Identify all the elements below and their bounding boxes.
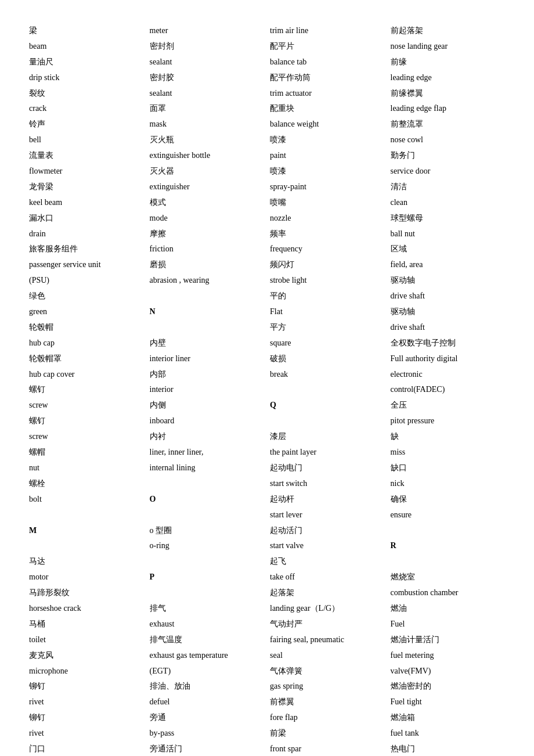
english-term: control(FADEC) (391, 385, 445, 394)
english-term: seal (270, 651, 283, 660)
english-term: drive shaft (391, 323, 425, 332)
chinese-term: 起落架 (270, 588, 294, 597)
english-term: square (270, 339, 291, 347)
chinese-term: 燃烧室 (391, 573, 415, 581)
list-item: toilet (29, 632, 144, 647)
english-term: passenger service unit (29, 260, 101, 269)
chinese-term: 漏水口 (29, 214, 53, 222)
english-term: flowmeter (29, 167, 63, 175)
chinese-term: 内壁 (150, 339, 166, 347)
list-item: O (150, 492, 265, 507)
list-item: 平的 (270, 289, 385, 304)
list-item: 气体弹簧 (270, 664, 385, 679)
english-term: horseshoe crack (29, 604, 81, 613)
english-term: paint (270, 151, 286, 160)
english-term: motor (29, 573, 48, 581)
english-term: strobe light (270, 276, 306, 285)
chinese-term: 前整流罩 (391, 120, 423, 128)
chinese-term: 气体弹簧 (270, 667, 302, 675)
english-term: bolt (29, 495, 42, 503)
list-item: 前整流罩 (391, 117, 506, 132)
list-item: start valve (270, 538, 385, 553)
list-item: trim air line (270, 23, 385, 38)
chinese-term: 灭火器 (150, 167, 174, 175)
list-item (150, 476, 265, 491)
english-term: toilet (29, 635, 46, 644)
list-item: extinguisher bottle (150, 148, 265, 163)
section-letter: R (391, 541, 396, 550)
list-item: 喷嘴 (270, 195, 385, 210)
list-item: hub cap (29, 336, 144, 351)
chinese-term: 喷漆 (270, 135, 286, 144)
chinese-term: 驱动轴 (391, 276, 415, 285)
list-item: strobe light (270, 273, 385, 288)
english-term: gas spring (270, 682, 303, 690)
english-term: Flat (270, 307, 283, 316)
list-item: exhaust (150, 617, 265, 632)
english-term: drip stick (29, 73, 60, 82)
chinese-term: 起动电门 (270, 463, 302, 472)
list-item: 密封胶 (150, 70, 265, 85)
list-item: interior (150, 382, 265, 397)
chinese-term: 摩擦 (150, 229, 166, 238)
list-item: 喷漆 (270, 132, 385, 147)
list-item: spray-paint (270, 179, 385, 195)
list-item: 内衬 (150, 429, 265, 444)
list-item: 燃烧室 (391, 570, 506, 585)
english-term: drain (29, 229, 46, 238)
english-term: liner, inner liner, (150, 448, 204, 456)
chinese-term: 起动杆 (270, 495, 294, 503)
english-term: inboard (150, 416, 175, 425)
english-term: (EGT) (150, 667, 171, 675)
english-term: green (29, 307, 47, 316)
list-item: 马蹄形裂纹 (29, 585, 144, 600)
english-term: landing gear（L/G） (270, 604, 340, 613)
english-term: bell (29, 135, 41, 144)
list-item: green (29, 304, 144, 319)
chinese-term: 漆层 (270, 432, 286, 441)
list-item: balance weight (270, 117, 385, 132)
list-item: rivet (29, 694, 144, 710)
list-item: nick (391, 476, 506, 491)
english-term: interior liner (150, 354, 190, 363)
chinese-term: 全权数字电子控制 (391, 339, 456, 347)
english-term: rivet (29, 697, 44, 706)
list-item: balance tab (270, 55, 385, 70)
list-item: 起落架 (270, 585, 385, 600)
english-term: leading edge (391, 73, 432, 82)
chinese-term: 缺口 (391, 463, 407, 472)
chinese-term: 螺帽 (29, 448, 45, 456)
chinese-term: 配平作动筒 (270, 73, 311, 82)
english-term: trim air line (270, 26, 308, 35)
chinese-term: 确保 (391, 495, 407, 503)
english-term: nose cowl (391, 135, 423, 144)
english-term: spray-paint (270, 182, 306, 191)
chinese-term: 缺 (391, 432, 399, 441)
chinese-term: 旅客服务组件 (29, 244, 78, 253)
list-item: R (391, 538, 506, 553)
chinese-term: 前襟翼 (270, 697, 294, 706)
chinese-term: 轮毂帽 (29, 323, 53, 332)
english-term: ensure (391, 510, 412, 519)
chinese-term: 螺钉 (29, 385, 45, 394)
list-item: control(FADEC) (391, 382, 506, 397)
list-item: 内部 (150, 367, 265, 382)
english-term: ball nut (391, 229, 415, 238)
chinese-term: 内衬 (150, 432, 166, 441)
list-item: hub cap cover (29, 367, 144, 382)
english-term: exhaust (150, 620, 175, 628)
chinese-term: 燃油计量活门 (391, 635, 439, 644)
chinese-term: 配平片 (270, 42, 294, 51)
english-term: clean (391, 198, 408, 207)
list-item: 旁通 (150, 710, 265, 725)
list-item: fuel tank (391, 726, 506, 741)
list-item: 破损 (270, 351, 385, 366)
chinese-term: 排油、放油 (150, 682, 190, 690)
english-term: by-pass (150, 729, 175, 737)
list-item: pitot pressure (391, 413, 506, 429)
english-term: extinguisher (150, 182, 190, 191)
list-item: 频率 (270, 226, 385, 242)
list-item: o-ring (150, 538, 265, 553)
list-item: 马桶 (29, 617, 144, 632)
section-letter: O (150, 495, 156, 503)
